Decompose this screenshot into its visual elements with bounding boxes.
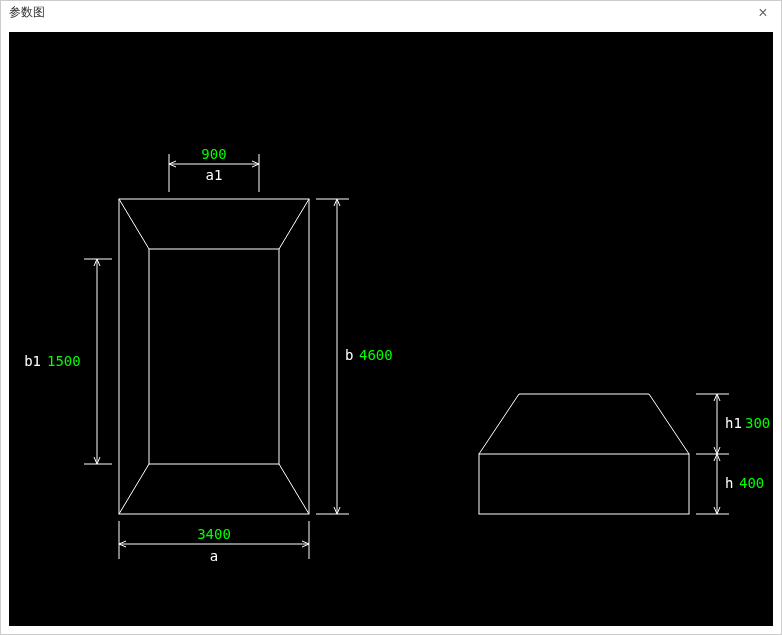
cad-drawing: 900 a1 3400 a b 4600 b1 1500 — [9, 32, 773, 626]
dim-a-label: a — [210, 548, 218, 564]
dim-h-label: h — [725, 475, 733, 491]
elev-sloped — [479, 394, 689, 454]
dim-b1-label: b1 — [24, 353, 41, 369]
dim-b-value: 4600 — [359, 347, 393, 363]
drawing-canvas: 900 a1 3400 a b 4600 b1 1500 — [9, 32, 773, 626]
dim-b-label: b — [345, 347, 353, 363]
dim-h1-label: h1 — [725, 415, 742, 431]
dim-b1-value: 1500 — [47, 353, 81, 369]
plan-edge-tl — [119, 199, 149, 249]
dim-a-value: 3400 — [197, 526, 231, 542]
plan-inner-rect — [149, 249, 279, 464]
window-title: 参数图 — [9, 4, 45, 21]
plan-edge-tr — [279, 199, 309, 249]
close-icon[interactable]: × — [753, 4, 773, 22]
dim-a1-value: 900 — [201, 146, 226, 162]
titlebar: 参数图 × — [1, 1, 781, 24]
elev-base — [479, 454, 689, 514]
dim-h1-value: 300 — [745, 415, 770, 431]
plan-edge-br — [279, 464, 309, 514]
canvas-wrap: 900 a1 3400 a b 4600 b1 1500 — [1, 24, 781, 634]
dim-a1-label: a1 — [206, 167, 223, 183]
window: 参数图 × — [0, 0, 782, 635]
plan-edge-bl — [119, 464, 149, 514]
dim-h-value: 400 — [739, 475, 764, 491]
